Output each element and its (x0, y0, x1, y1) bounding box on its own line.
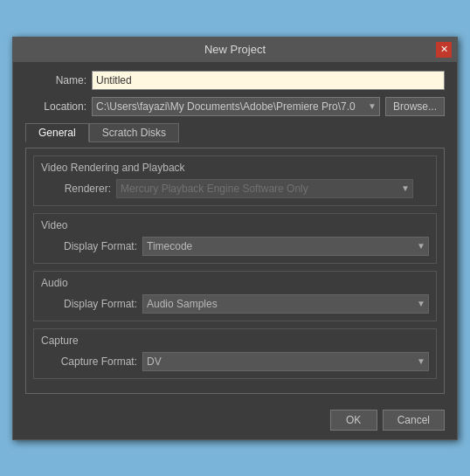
capture-section: Capture Capture Format: DV HDV ▼ (33, 328, 437, 379)
video-display-format-label: Display Format: (41, 240, 137, 252)
audio-display-format-select[interactable]: Audio Samples Milliseconds (142, 294, 429, 314)
name-input[interactable] (92, 71, 445, 90)
audio-section: Audio Display Format: Audio Samples Mill… (33, 271, 437, 321)
video-rendering-section: Video Rendering and Playback Renderer: M… (33, 155, 437, 206)
location-select[interactable]: C:\Users\fayazi\My Documents\Adobe\Premi… (92, 97, 380, 116)
renderer-row: Renderer: Mercury Playback Engine Softwa… (41, 179, 429, 198)
name-row: Name: (25, 71, 445, 90)
dialog-content: Name: Location: C:\Users\fayazi\My Docum… (13, 62, 457, 403)
cancel-button[interactable]: Cancel (383, 410, 445, 431)
audio-display-format-row: Display Format: Audio Samples Millisecon… (41, 294, 429, 314)
tab-scratch-disks[interactable]: Scratch Disks (89, 123, 179, 142)
tab-general[interactable]: General (25, 123, 89, 142)
video-section: Video Display Format: Timecode Frames Fe… (33, 213, 437, 264)
location-select-wrapper: C:\Users\fayazi\My Documents\Adobe\Premi… (92, 97, 380, 116)
title-bar: New Project ✕ (13, 38, 457, 62)
renderer-label: Renderer: (41, 183, 111, 195)
audio-title: Audio (41, 277, 429, 289)
capture-format-row: Capture Format: DV HDV ▼ (41, 352, 429, 371)
video-display-format-select-wrapper: Timecode Frames Feet+Frames 16mm Feet+Fr… (142, 237, 429, 256)
new-project-dialog: New Project ✕ Name: Location: C:\Users\f… (12, 37, 458, 440)
video-rendering-title: Video Rendering and Playback (41, 162, 429, 174)
capture-format-select[interactable]: DV HDV (142, 352, 429, 371)
dialog-title: New Project (204, 43, 266, 56)
general-panel: Video Rendering and Playback Renderer: M… (25, 148, 445, 394)
audio-display-format-select-wrapper: Audio Samples Milliseconds ▼ (142, 294, 429, 314)
ok-button[interactable]: OK (330, 410, 377, 431)
audio-display-format-label: Display Format: (41, 298, 137, 310)
footer: OK Cancel (13, 403, 457, 439)
video-title: Video (41, 219, 429, 231)
location-row: Location: C:\Users\fayazi\My Documents\A… (25, 97, 445, 116)
browse-button[interactable]: Browse... (385, 97, 445, 116)
name-label: Name: (25, 74, 86, 86)
video-display-format-select[interactable]: Timecode Frames Feet+Frames 16mm Feet+Fr… (142, 237, 429, 256)
close-button[interactable]: ✕ (436, 42, 452, 58)
capture-title: Capture (41, 335, 429, 347)
location-label: Location: (25, 100, 86, 113)
renderer-select[interactable]: Mercury Playback Engine Software Only (116, 179, 413, 198)
capture-format-select-wrapper: DV HDV ▼ (142, 352, 429, 371)
video-display-format-row: Display Format: Timecode Frames Feet+Fra… (41, 237, 429, 256)
tab-bar: General Scratch Disks (25, 123, 445, 142)
location-wrapper: C:\Users\fayazi\My Documents\Adobe\Premi… (92, 97, 445, 116)
renderer-select-wrapper: Mercury Playback Engine Software Only ▼ (116, 179, 413, 198)
capture-format-label: Capture Format: (41, 355, 137, 368)
